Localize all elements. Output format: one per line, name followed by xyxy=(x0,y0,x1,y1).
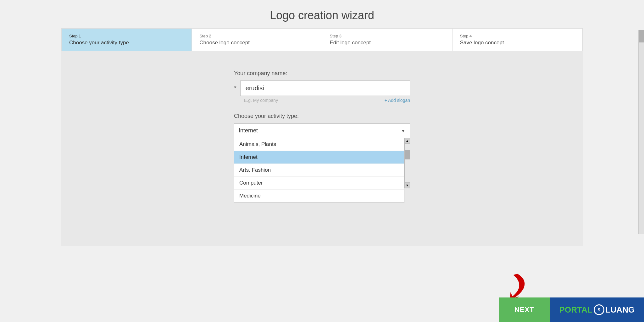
scrollbar-track xyxy=(405,144,410,182)
next-button[interactable]: NEXT xyxy=(499,297,550,322)
step-4[interactable]: Step 4 Save logo concept xyxy=(452,29,582,51)
step-2-label: Choose logo concept xyxy=(199,40,314,46)
activity-type-label: Choose your activity type: xyxy=(234,113,299,119)
step-4-label: Save logo concept xyxy=(460,40,575,46)
portal-text: PORTAL xyxy=(559,305,592,315)
dropdown-scrollbar[interactable]: ▲ ▼ xyxy=(404,138,410,188)
step-3-number: Step 3 xyxy=(330,34,445,38)
dropdown-item-animals-plants[interactable]: Animals, Plants xyxy=(234,138,404,151)
input-hints: E.g. My company + Add slogan xyxy=(234,98,410,103)
activity-dropdown-list: Animals, Plants Internet Arts, Fashion C… xyxy=(234,138,404,203)
step-2[interactable]: Step 2 Choose logo concept xyxy=(192,29,322,51)
form-area: Your company name: * E.g. My company + A… xyxy=(234,70,410,138)
activity-dropdown-selected[interactable]: Internet ▼ xyxy=(234,123,410,138)
page-title: Logo creation wizard xyxy=(0,0,644,28)
dropdown-selected-value: Internet xyxy=(239,127,258,134)
portal-brand: PORTAL $ LUANG xyxy=(550,297,644,322)
step-1[interactable]: Step 1 Choose your activity type xyxy=(62,29,192,51)
step-3[interactable]: Step 3 Edit logo concept xyxy=(322,29,452,51)
steps-bar: Step 1 Choose your activity type Step 2 … xyxy=(61,28,583,51)
dropdown-item-medicine[interactable]: Medicine xyxy=(234,190,404,203)
step-2-number: Step 2 xyxy=(199,34,314,38)
dropdown-item-internet[interactable]: Internet xyxy=(234,151,404,164)
step-1-label: Choose your activity type xyxy=(69,40,184,46)
page-scrollbar-thumb xyxy=(639,30,644,42)
step-1-number: Step 1 xyxy=(69,34,184,38)
bottom-action-bar: NEXT PORTAL $ LUANG xyxy=(499,297,644,322)
luang-text: LUANG xyxy=(606,305,635,315)
scrollbar-up-button[interactable]: ▲ xyxy=(405,138,410,144)
page-scrollbar[interactable] xyxy=(638,30,644,234)
required-star: * xyxy=(234,85,236,92)
placeholder-hint: E.g. My company xyxy=(244,98,278,103)
scrollbar-thumb xyxy=(405,150,410,159)
scrollbar-down-button[interactable]: ▼ xyxy=(405,182,410,188)
portal-icon: $ xyxy=(594,304,604,315)
dropdown-item-arts-fashion[interactable]: Arts, Fashion xyxy=(234,164,404,177)
company-name-input[interactable] xyxy=(240,80,410,96)
activity-dropdown-container: Internet ▼ Animals, Plants Internet Arts… xyxy=(234,123,410,138)
main-content: Your company name: * E.g. My company + A… xyxy=(61,51,583,246)
dropdown-arrow-icon: ▼ xyxy=(401,128,405,133)
company-name-label: Your company name: xyxy=(234,70,287,77)
step-3-label: Edit logo concept xyxy=(330,40,445,46)
company-name-row: * xyxy=(234,80,410,96)
step-4-number: Step 4 xyxy=(460,34,575,38)
add-slogan-button[interactable]: + Add slogan xyxy=(385,98,410,103)
dropdown-item-computer[interactable]: Computer xyxy=(234,177,404,190)
